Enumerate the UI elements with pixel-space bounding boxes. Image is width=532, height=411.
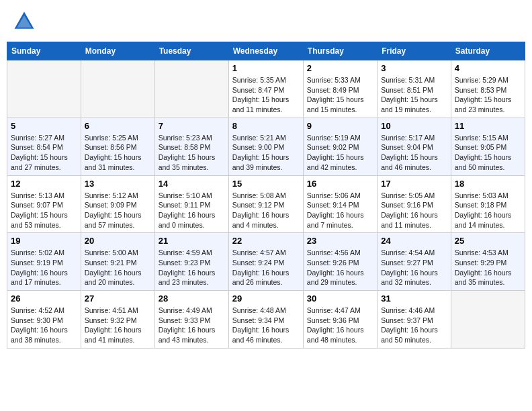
day-number: 8	[232, 121, 300, 131]
day-info: Sunrise: 5:02 AM Sunset: 9:19 PM Dayligh…	[11, 248, 77, 287]
calendar-cell: 1Sunrise: 5:35 AM Sunset: 8:47 PM Daylig…	[228, 60, 303, 118]
day-info: Sunrise: 5:06 AM Sunset: 9:14 PM Dayligh…	[307, 191, 373, 230]
day-info: Sunrise: 5:00 AM Sunset: 9:21 PM Dayligh…	[85, 248, 151, 287]
calendar-cell: 18Sunrise: 5:03 AM Sunset: 9:18 PM Dayli…	[451, 175, 525, 233]
day-info: Sunrise: 4:47 AM Sunset: 9:36 PM Dayligh…	[307, 306, 373, 345]
header-day: Wednesday	[228, 42, 303, 60]
day-number: 5	[11, 121, 77, 131]
day-number: 2	[307, 63, 373, 73]
day-info: Sunrise: 4:51 AM Sunset: 9:32 PM Dayligh…	[85, 306, 151, 345]
day-number: 22	[232, 236, 300, 246]
day-info: Sunrise: 5:25 AM Sunset: 8:56 PM Dayligh…	[85, 133, 151, 173]
day-number: 20	[85, 236, 151, 246]
day-number: 29	[232, 293, 300, 304]
day-number: 26	[11, 293, 77, 304]
day-number: 28	[159, 293, 225, 304]
header-day: Tuesday	[154, 42, 228, 60]
day-number: 30	[307, 293, 373, 304]
day-info: Sunrise: 4:53 AM Sunset: 9:29 PM Dayligh…	[455, 248, 521, 287]
calendar-cell: 11Sunrise: 5:15 AM Sunset: 9:05 PM Dayli…	[451, 118, 525, 175]
calendar-cell: 24Sunrise: 4:54 AM Sunset: 9:27 PM Dayli…	[378, 233, 451, 291]
day-number: 3	[381, 63, 447, 73]
calendar-body: 1Sunrise: 5:35 AM Sunset: 8:47 PM Daylig…	[7, 60, 525, 349]
day-number: 18	[455, 179, 521, 189]
day-number: 27	[85, 293, 151, 304]
calendar-cell: 21Sunrise: 4:59 AM Sunset: 9:23 PM Dayli…	[154, 233, 228, 291]
calendar-cell: 14Sunrise: 5:10 AM Sunset: 9:11 PM Dayli…	[154, 175, 228, 233]
day-info: Sunrise: 4:59 AM Sunset: 9:23 PM Dayligh…	[159, 248, 225, 287]
day-number: 13	[85, 179, 151, 189]
day-number: 31	[381, 293, 447, 304]
day-number: 23	[307, 236, 373, 246]
calendar-cell: 8Sunrise: 5:21 AM Sunset: 9:00 PM Daylig…	[228, 118, 303, 175]
calendar-cell	[451, 291, 525, 349]
day-info: Sunrise: 4:46 AM Sunset: 9:37 PM Dayligh…	[381, 306, 447, 345]
calendar-cell: 26Sunrise: 4:52 AM Sunset: 9:30 PM Dayli…	[7, 291, 81, 349]
page-header	[7, 7, 525, 36]
day-number: 19	[11, 236, 77, 246]
day-number: 16	[307, 179, 373, 189]
calendar-cell: 17Sunrise: 5:05 AM Sunset: 9:16 PM Dayli…	[378, 175, 451, 233]
day-number: 6	[85, 121, 151, 131]
calendar-cell: 15Sunrise: 5:08 AM Sunset: 9:12 PM Dayli…	[228, 175, 303, 233]
day-number: 4	[455, 63, 521, 73]
calendar-week-row: 12Sunrise: 5:13 AM Sunset: 9:07 PM Dayli…	[7, 175, 525, 233]
day-info: Sunrise: 5:12 AM Sunset: 9:09 PM Dayligh…	[85, 191, 151, 230]
calendar-cell: 25Sunrise: 4:53 AM Sunset: 9:29 PM Dayli…	[451, 233, 525, 291]
calendar-header: SundayMondayTuesdayWednesdayThursdayFrid…	[7, 42, 525, 60]
calendar-cell: 16Sunrise: 5:06 AM Sunset: 9:14 PM Dayli…	[303, 175, 377, 233]
day-number: 21	[159, 236, 225, 246]
calendar-cell: 4Sunrise: 5:29 AM Sunset: 8:53 PM Daylig…	[451, 60, 525, 118]
day-info: Sunrise: 5:05 AM Sunset: 9:16 PM Dayligh…	[381, 191, 447, 230]
calendar-cell: 2Sunrise: 5:33 AM Sunset: 8:49 PM Daylig…	[303, 60, 377, 118]
day-info: Sunrise: 5:31 AM Sunset: 8:51 PM Dayligh…	[381, 75, 447, 115]
day-info: Sunrise: 4:49 AM Sunset: 9:33 PM Dayligh…	[159, 306, 225, 345]
day-info: Sunrise: 5:17 AM Sunset: 9:04 PM Dayligh…	[381, 133, 447, 173]
calendar-week-row: 19Sunrise: 5:02 AM Sunset: 9:19 PM Dayli…	[7, 233, 525, 291]
calendar-cell	[81, 60, 154, 118]
header-day: Thursday	[303, 42, 377, 60]
day-info: Sunrise: 5:19 AM Sunset: 9:02 PM Dayligh…	[307, 133, 373, 173]
calendar-cell	[154, 60, 228, 118]
calendar-cell: 31Sunrise: 4:46 AM Sunset: 9:37 PM Dayli…	[378, 291, 451, 349]
calendar-cell: 9Sunrise: 5:19 AM Sunset: 9:02 PM Daylig…	[303, 118, 377, 175]
day-info: Sunrise: 5:21 AM Sunset: 9:00 PM Dayligh…	[232, 133, 300, 173]
day-number: 25	[455, 236, 521, 246]
calendar-cell: 27Sunrise: 4:51 AM Sunset: 9:32 PM Dayli…	[81, 291, 154, 349]
day-number: 12	[11, 179, 77, 189]
header-day: Monday	[81, 42, 154, 60]
calendar-table: SundayMondayTuesdayWednesdayThursdayFrid…	[7, 42, 525, 349]
header-day: Sunday	[7, 42, 81, 60]
calendar-cell: 23Sunrise: 4:56 AM Sunset: 9:26 PM Dayli…	[303, 233, 377, 291]
day-number: 7	[159, 121, 225, 131]
day-info: Sunrise: 4:57 AM Sunset: 9:24 PM Dayligh…	[232, 248, 300, 287]
calendar-week-row: 1Sunrise: 5:35 AM Sunset: 8:47 PM Daylig…	[7, 60, 525, 118]
day-info: Sunrise: 5:13 AM Sunset: 9:07 PM Dayligh…	[11, 191, 77, 230]
day-info: Sunrise: 4:48 AM Sunset: 9:34 PM Dayligh…	[232, 306, 300, 345]
logo-icon	[12, 9, 36, 34]
logo	[12, 9, 39, 34]
calendar-cell: 22Sunrise: 4:57 AM Sunset: 9:24 PM Dayli…	[228, 233, 303, 291]
header-day: Saturday	[451, 42, 525, 60]
calendar-cell: 3Sunrise: 5:31 AM Sunset: 8:51 PM Daylig…	[378, 60, 451, 118]
day-info: Sunrise: 5:35 AM Sunset: 8:47 PM Dayligh…	[232, 75, 300, 115]
calendar-cell: 20Sunrise: 5:00 AM Sunset: 9:21 PM Dayli…	[81, 233, 154, 291]
day-info: Sunrise: 5:33 AM Sunset: 8:49 PM Dayligh…	[307, 75, 373, 115]
day-number: 1	[232, 63, 300, 73]
calendar-cell: 28Sunrise: 4:49 AM Sunset: 9:33 PM Dayli…	[154, 291, 228, 349]
day-info: Sunrise: 5:03 AM Sunset: 9:18 PM Dayligh…	[455, 191, 521, 230]
calendar-week-row: 5Sunrise: 5:27 AM Sunset: 8:54 PM Daylig…	[7, 118, 525, 175]
day-info: Sunrise: 5:10 AM Sunset: 9:11 PM Dayligh…	[159, 191, 225, 230]
calendar-cell: 6Sunrise: 5:25 AM Sunset: 8:56 PM Daylig…	[81, 118, 154, 175]
calendar-cell: 12Sunrise: 5:13 AM Sunset: 9:07 PM Dayli…	[7, 175, 81, 233]
day-number: 17	[381, 179, 447, 189]
calendar-cell: 5Sunrise: 5:27 AM Sunset: 8:54 PM Daylig…	[7, 118, 81, 175]
calendar-cell	[7, 60, 81, 118]
calendar-cell: 19Sunrise: 5:02 AM Sunset: 9:19 PM Dayli…	[7, 233, 81, 291]
day-info: Sunrise: 5:23 AM Sunset: 8:58 PM Dayligh…	[159, 133, 225, 173]
day-number: 10	[381, 121, 447, 131]
day-number: 14	[159, 179, 225, 189]
day-info: Sunrise: 5:29 AM Sunset: 8:53 PM Dayligh…	[455, 75, 521, 115]
day-info: Sunrise: 5:27 AM Sunset: 8:54 PM Dayligh…	[11, 133, 77, 173]
calendar-cell: 29Sunrise: 4:48 AM Sunset: 9:34 PM Dayli…	[228, 291, 303, 349]
